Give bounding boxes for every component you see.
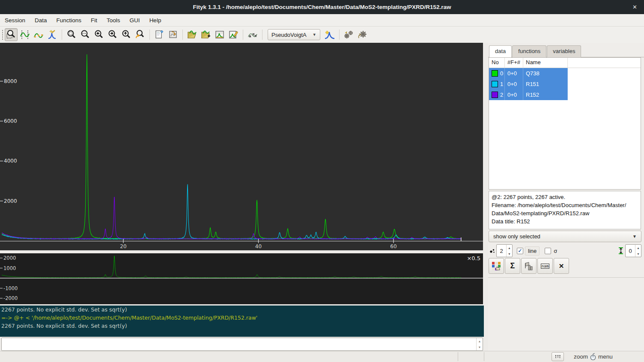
close-window-button[interactable]: ✕	[630, 0, 640, 14]
run-fit-button[interactable]	[343, 28, 355, 41]
menu-tools[interactable]: Tools	[102, 15, 125, 26]
menu-help[interactable]: Help	[145, 15, 166, 26]
zoom-up-button[interactable]	[120, 28, 133, 41]
baseline-mode-button[interactable]	[32, 28, 45, 41]
tab-functions[interactable]: functions	[512, 45, 546, 57]
shift-icon	[618, 247, 623, 255]
zoom-right-button[interactable]	[106, 28, 119, 41]
auxiliary-plot-area[interactable]: 20001000-1000-2000×0.5	[0, 253, 483, 304]
add-peak-mode-button[interactable]	[46, 28, 59, 41]
console-line-command: =-> @+ < '/home/aleplo/test/Documents/Ch…	[1, 314, 483, 322]
stack-button[interactable]	[521, 258, 537, 274]
spin-up-icon[interactable]: ▲	[507, 245, 512, 251]
svg-text:20: 20	[120, 243, 126, 249]
peak-wand-icon	[47, 30, 57, 40]
table-row[interactable]: 1 0+0 R151	[489, 79, 568, 89]
sum-button[interactable]: Σ	[505, 258, 520, 274]
menu-session[interactable]: Session	[0, 15, 30, 26]
shift-spinner[interactable]: 0 ▲▼	[625, 244, 641, 257]
menu-functions[interactable]: Functions	[52, 15, 86, 26]
shift-value: 0	[626, 245, 635, 257]
toolbar-separator	[182, 30, 183, 40]
aux-plot-svg: 20001000-1000-2000×0.5	[0, 253, 483, 304]
dataset-fpn: 0+0	[505, 79, 523, 89]
status-config-button[interactable]	[552, 352, 564, 361]
column-header-name[interactable]: Name	[523, 58, 568, 68]
add-function-button[interactable]	[323, 28, 336, 41]
svg-text:1000: 1000	[3, 265, 16, 271]
zoom-all-button[interactable]	[65, 28, 78, 41]
toolbar-separator	[339, 30, 340, 40]
execute-script-button[interactable]	[167, 28, 179, 41]
side-panel-tabs: data functions variables	[489, 45, 581, 57]
menu-gui[interactable]: GUI	[125, 15, 145, 26]
toolbar-separator	[262, 30, 262, 40]
dataset-table: No #F+# Name 0 0+0 Q738 1 0+0 R151 2 0+0…	[489, 57, 641, 190]
mouse-icon	[590, 353, 596, 361]
zoom-mode-button[interactable]	[5, 28, 18, 41]
svg-text:-2000: -2000	[3, 295, 18, 301]
svg-text:4000: 4000	[4, 158, 17, 164]
show-filter-select[interactable]: show only selected ▼	[489, 231, 641, 242]
menu-data[interactable]: Data	[30, 15, 52, 26]
svg-text:×0.5: ×0.5	[467, 255, 480, 261]
point-size-spinner[interactable]: 2 ▲▼	[496, 244, 513, 257]
new-session-button[interactable]	[153, 28, 166, 41]
rename-button[interactable]: nam	[537, 258, 553, 274]
tab-variables[interactable]: variables	[547, 45, 581, 57]
dataset-grid-button[interactable]	[489, 258, 504, 274]
line-checkbox-label[interactable]: line	[525, 246, 540, 255]
dataset-color-swatch[interactable]	[492, 92, 498, 98]
main-plot-area[interactable]: 2000400060008000204060	[0, 43, 483, 250]
spin-down-icon[interactable]: ▼	[507, 251, 512, 257]
sigma-label: σ	[554, 248, 557, 254]
show-filter-value: show only selected	[493, 233, 540, 240]
tab-data[interactable]: data	[489, 45, 512, 57]
mouse-right-hint: menu	[598, 353, 613, 360]
menu-fit[interactable]: Fit	[86, 15, 102, 26]
data-transform-button[interactable]	[246, 28, 259, 41]
svg-text:40: 40	[255, 243, 262, 249]
edit-data-button[interactable]	[227, 28, 240, 41]
zoom-left-button[interactable]	[92, 28, 105, 41]
load-data-button[interactable]	[186, 28, 199, 41]
data-range-mode-button[interactable]	[18, 28, 31, 41]
delete-dataset-button[interactable]: ✕	[554, 258, 569, 274]
command-input[interactable]	[2, 338, 476, 350]
command-history-spinner[interactable]: ▲ ▼	[476, 338, 483, 350]
dataset-color-swatch[interactable]	[492, 70, 498, 77]
column-header-no[interactable]: No	[489, 58, 505, 68]
table-row[interactable]: 2 0+0 R152	[489, 89, 568, 100]
spin-up-icon[interactable]: ▲	[635, 245, 641, 251]
point-size-value: 2	[497, 245, 506, 257]
svg-text:2000: 2000	[3, 255, 16, 261]
status-divider	[484, 352, 484, 361]
console-line: 2267 points. No explicit std. dev. Set a…	[1, 306, 483, 314]
table-row[interactable]: 0 0+0 Q738	[489, 68, 568, 79]
save-data-button[interactable]	[213, 28, 226, 41]
magnifier-rect-icon	[6, 30, 16, 40]
line-checkbox[interactable]: ✓	[517, 248, 523, 254]
dataset-color-swatch[interactable]	[492, 81, 498, 87]
status-divider	[458, 352, 458, 361]
output-console[interactable]: 2267 points. No explicit std. dev. Set a…	[0, 306, 484, 337]
sigma-checkbox[interactable]	[545, 248, 551, 254]
dataset-name: R152	[523, 89, 568, 100]
column-header-fpn[interactable]: #F+#	[505, 58, 523, 68]
zoom-vertical-button[interactable]	[79, 28, 92, 41]
svg-text:8000: 8000	[4, 78, 17, 84]
zoom-undo-button[interactable]	[134, 28, 146, 41]
undo-fit-button[interactable]	[356, 28, 369, 41]
dataset-name: Q738	[523, 68, 568, 79]
dataset-no: 2	[500, 92, 503, 98]
spin-down-icon[interactable]: ▼	[635, 251, 641, 257]
history-down-icon[interactable]: ▼	[477, 344, 483, 351]
function-type-select[interactable]: PseudoVoigtA ▼	[268, 29, 320, 40]
menu-bar: Session Data Functions Fit Tools GUI Hel…	[0, 14, 644, 27]
load-data-append-button[interactable]	[200, 28, 212, 41]
console-line: 2267 points. No explicit std. dev. Set a…	[1, 322, 483, 330]
dataset-buttons: Σ nam ✕	[489, 258, 569, 275]
toolbar-grip[interactable]	[1, 29, 4, 40]
history-up-icon[interactable]: ▲	[477, 338, 483, 344]
svg-text:-1000: -1000	[3, 285, 18, 291]
